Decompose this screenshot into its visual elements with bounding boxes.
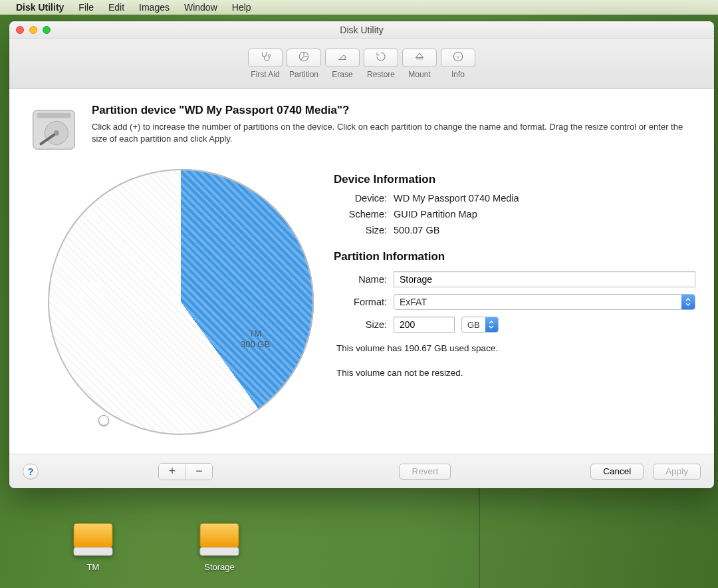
format-key: Format: — [334, 297, 387, 307]
pie-slice-tm-label: TM 300 GB — [241, 329, 270, 351]
first-aid-button[interactable] — [248, 49, 283, 67]
resize-note: This volume can not be resized. — [336, 368, 695, 378]
desktop-drive-tm-label: TM — [87, 562, 100, 572]
pie-slice-storage-label: Storage 200 GB — [74, 279, 105, 301]
desktop-drive-tm[interactable]: TM — [66, 521, 120, 572]
sheet-title: Partition device "WD My Passport 0740 Me… — [92, 104, 695, 117]
menubar-images[interactable]: Images — [139, 2, 170, 13]
sheet-description: Click add (+) to increase the number of … — [92, 121, 695, 144]
device-info-heading: Device Information — [334, 173, 695, 186]
chevron-updown-icon — [485, 317, 498, 332]
size-unit-value: GB — [462, 320, 485, 330]
partition-button[interactable] — [287, 49, 321, 67]
hard-disk-icon — [28, 104, 80, 156]
pie-resize-handle[interactable] — [98, 415, 109, 426]
remove-partition-button[interactable]: − — [185, 464, 212, 480]
svg-rect-7 — [74, 523, 112, 547]
window-titlebar[interactable]: Disk Utility — [9, 21, 714, 39]
svg-point-0 — [269, 55, 271, 57]
desktop-drive-storage-label: Storage — [204, 562, 235, 572]
partition-label: Partition — [289, 70, 318, 79]
help-button[interactable]: ? — [23, 464, 39, 480]
toolbar: First Aid Partition Erase — [9, 39, 714, 89]
revert-button[interactable]: Revert — [399, 464, 451, 480]
svg-rect-4 — [37, 113, 71, 118]
menubar-edit[interactable]: Edit — [108, 2, 124, 13]
menubar-help[interactable]: Help — [232, 2, 251, 13]
menubar-window[interactable]: Window — [184, 2, 217, 13]
add-partition-button[interactable]: + — [159, 464, 185, 480]
menubar-file[interactable]: File — [78, 2, 94, 13]
devsize-key: Size: — [334, 225, 387, 235]
info-button[interactable] — [441, 49, 475, 67]
erase-button[interactable] — [325, 49, 360, 67]
button-bar: ? + − Revert Cancel Apply — [9, 454, 714, 488]
erase-label: Erase — [332, 70, 352, 79]
scheme-value: GUID Partition Map — [394, 209, 477, 220]
restore-button[interactable] — [364, 49, 398, 67]
devsize-value: 500.07 GB — [394, 225, 439, 235]
svg-rect-8 — [74, 547, 112, 555]
info-icon — [452, 51, 464, 65]
chevron-updown-icon — [681, 295, 695, 309]
apply-button[interactable]: Apply — [653, 464, 701, 480]
add-remove-segment: + − — [158, 463, 213, 480]
stethoscope-icon — [259, 51, 271, 65]
mac-menubar: Disk Utility File Edit Images Window Hel… — [0, 0, 718, 15]
mount-button[interactable] — [402, 49, 437, 67]
erase-icon — [336, 51, 348, 65]
eject-icon — [414, 51, 425, 65]
used-space-note: This volume has 190.67 GB used space. — [336, 343, 695, 353]
format-value: ExFAT — [394, 297, 681, 307]
device-value: WD My Passport 0740 Media — [394, 193, 519, 204]
restore-label: Restore — [367, 70, 395, 79]
menubar-app[interactable]: Disk Utility — [16, 2, 64, 13]
external-drive-icon — [71, 521, 115, 558]
partition-info-heading: Partition Information — [334, 250, 695, 263]
window-title: Disk Utility — [9, 25, 714, 35]
partition-size-input[interactable] — [394, 317, 455, 333]
size-unit-select[interactable]: GB — [461, 317, 499, 333]
partition-name-input[interactable] — [394, 271, 695, 287]
info-label: Info — [451, 70, 465, 79]
format-select[interactable]: ExFAT — [394, 294, 695, 310]
size-key: Size: — [334, 319, 387, 330]
partition-sheet: Partition device "WD My Passport 0740 Me… — [9, 89, 714, 454]
disk-utility-window: Disk Utility First Aid Partition — [9, 21, 714, 488]
first-aid-label: First Aid — [251, 70, 279, 79]
scheme-key: Scheme: — [334, 209, 387, 220]
external-drive-icon — [197, 521, 241, 558]
desktop-drive-storage[interactable]: Storage — [193, 521, 246, 572]
restore-icon — [375, 51, 387, 65]
pie-icon — [298, 51, 310, 65]
partition-pie-chart[interactable]: Storage 200 GB TM 300 GB — [28, 169, 320, 448]
name-key: Name: — [334, 274, 387, 285]
mount-label: Mount — [408, 70, 430, 79]
cancel-button[interactable]: Cancel — [590, 464, 644, 480]
device-key: Device: — [334, 193, 387, 204]
svg-rect-9 — [200, 523, 239, 547]
svg-rect-10 — [200, 547, 239, 555]
